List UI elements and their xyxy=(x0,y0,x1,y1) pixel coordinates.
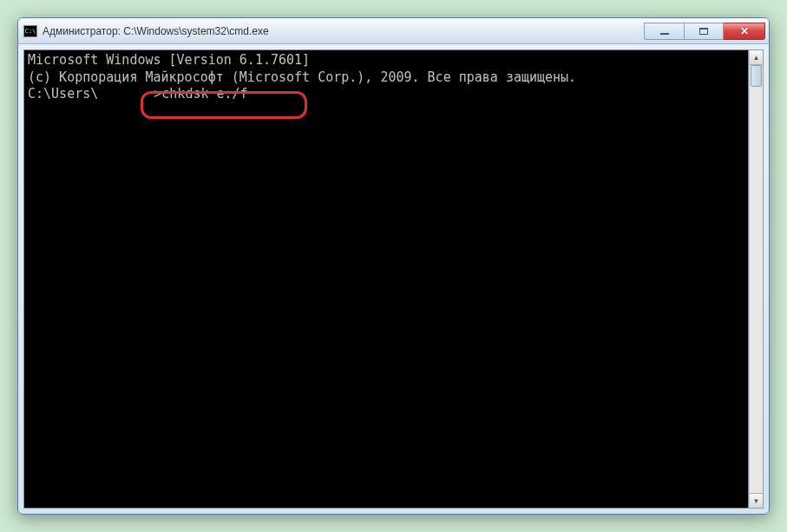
redacted-username xyxy=(98,89,154,101)
cmd-icon: C:\ xyxy=(23,25,37,37)
scroll-thumb[interactable] xyxy=(751,65,762,87)
cmd-window: C:\ Администратор: C:\Windows\system32\c… xyxy=(17,17,770,515)
console-output[interactable]: Microsoft Windows [Version 6.1.7601] (c)… xyxy=(23,49,749,509)
minimize-button[interactable] xyxy=(644,23,684,40)
prompt-line: C:\Users\>chkdsk e:/f xyxy=(28,86,744,103)
window-controls: ✕ xyxy=(644,23,765,40)
close-icon: ✕ xyxy=(740,25,749,37)
minimize-icon xyxy=(660,33,669,35)
prompt-suffix: > xyxy=(154,86,161,102)
scroll-down-button[interactable]: ▼ xyxy=(750,493,763,508)
copyright-line: (c) Корпорация Майкрософт (Microsoft Cor… xyxy=(28,69,744,87)
vertical-scrollbar[interactable]: ▲ ▼ xyxy=(749,49,764,509)
client-area: Microsoft Windows [Version 6.1.7601] (c)… xyxy=(18,44,769,514)
titlebar[interactable]: C:\ Администратор: C:\Windows\system32\c… xyxy=(18,18,769,44)
command-text: chkdsk e:/f xyxy=(161,86,247,102)
version-line: Microsoft Windows [Version 6.1.7601] xyxy=(28,52,744,69)
maximize-button[interactable] xyxy=(684,23,724,40)
maximize-icon xyxy=(699,28,708,35)
scroll-up-button[interactable]: ▲ xyxy=(750,50,763,65)
close-button[interactable]: ✕ xyxy=(724,23,765,40)
prompt-prefix: C:\Users\ xyxy=(28,86,98,102)
scroll-track[interactable] xyxy=(750,65,763,493)
window-title: Администратор: C:\Windows\system32\cmd.e… xyxy=(43,25,644,37)
